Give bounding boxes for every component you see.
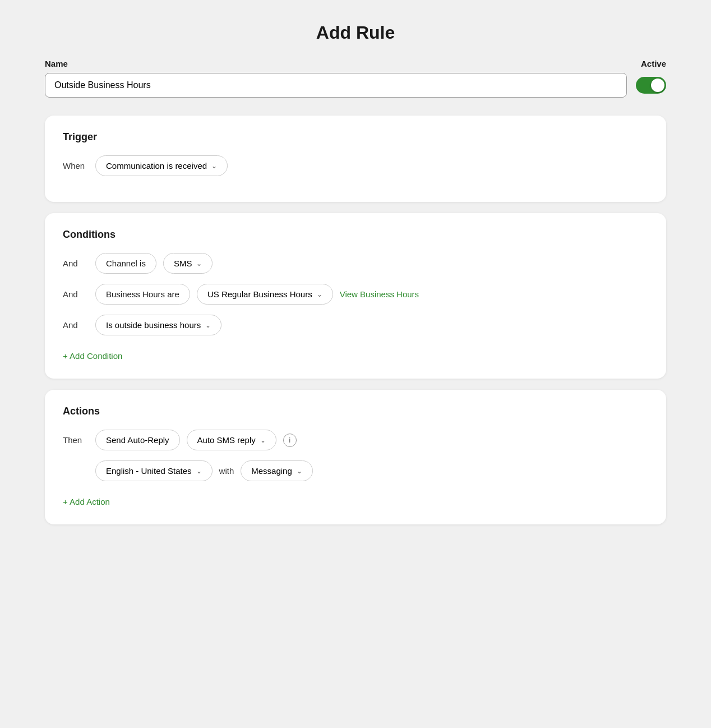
add-condition-button[interactable]: + Add Condition: [63, 349, 122, 363]
language-value: English - United States: [106, 466, 192, 476]
chevron-down-icon: ⌄: [211, 162, 217, 170]
send-action-value: Send Auto-Reply: [106, 435, 169, 445]
and-label-1: And: [63, 259, 89, 268]
page-title: Add Rule: [45, 22, 666, 43]
trigger-title: Trigger: [63, 131, 648, 143]
outside-hours-dropdown[interactable]: Is outside business hours ⌄: [95, 315, 221, 335]
business-hours-dropdown[interactable]: US Regular Business Hours ⌄: [197, 284, 333, 305]
trigger-when-value: Communication is received: [106, 161, 207, 171]
conditions-card: Conditions And Channel is SMS ⌄ And Busi…: [45, 213, 666, 379]
and-label-3: And: [63, 320, 89, 330]
condition-row-2: And Business Hours are US Regular Busine…: [63, 284, 648, 305]
active-toggle[interactable]: [636, 77, 666, 94]
actions-card: Actions Then Send Auto-Reply Auto SMS re…: [45, 390, 666, 524]
business-hours-label: Business Hours are: [95, 284, 190, 305]
rule-name-input[interactable]: [45, 73, 627, 98]
with-label: with: [219, 466, 234, 476]
action-type-dropdown[interactable]: Auto SMS reply ⌄: [187, 430, 276, 450]
channel-dropdown[interactable]: SMS ⌄: [163, 253, 213, 274]
when-label: When: [63, 161, 89, 171]
chevron-down-icon: ⌄: [260, 436, 266, 444]
outside-hours-value: Is outside business hours: [106, 320, 201, 330]
channel-type-dropdown[interactable]: Messaging ⌄: [241, 460, 313, 481]
chevron-down-icon: ⌄: [205, 321, 211, 329]
toggle-track: [636, 77, 666, 94]
channel-value: SMS: [174, 259, 192, 268]
actions-title: Actions: [63, 406, 648, 417]
then-label: Then: [63, 435, 89, 445]
trigger-card: Trigger When Communication is received ⌄: [45, 116, 666, 202]
send-action-button[interactable]: Send Auto-Reply: [95, 430, 180, 450]
toggle-thumb: [651, 79, 664, 92]
conditions-title: Conditions: [63, 229, 648, 241]
condition-row-3: And Is outside business hours ⌄: [63, 315, 648, 335]
name-label: Name: [45, 59, 68, 68]
channel-is-label: Channel is: [95, 253, 156, 274]
action-type-value: Auto SMS reply: [197, 435, 256, 445]
add-action-button[interactable]: + Add Action: [63, 495, 110, 509]
active-label: Active: [641, 59, 666, 68]
business-hours-value: US Regular Business Hours: [207, 289, 312, 299]
info-icon[interactable]: i: [283, 434, 297, 447]
trigger-row: When Communication is received ⌄: [63, 155, 648, 176]
chevron-down-icon: ⌄: [297, 467, 302, 475]
action-row-1: Then Send Auto-Reply Auto SMS reply ⌄ i: [63, 430, 648, 450]
trigger-when-dropdown[interactable]: Communication is received ⌄: [95, 155, 228, 176]
view-business-hours-link[interactable]: View Business Hours: [340, 289, 419, 299]
condition-row-1: And Channel is SMS ⌄: [63, 253, 648, 274]
chevron-down-icon: ⌄: [317, 291, 322, 298]
chevron-down-icon: ⌄: [196, 260, 202, 268]
language-dropdown[interactable]: English - United States ⌄: [95, 460, 213, 481]
channel-type-value: Messaging: [251, 466, 292, 476]
action-sub-row: English - United States ⌄ with Messaging…: [95, 460, 648, 481]
and-label-2: And: [63, 289, 89, 299]
chevron-down-icon: ⌄: [196, 467, 202, 475]
